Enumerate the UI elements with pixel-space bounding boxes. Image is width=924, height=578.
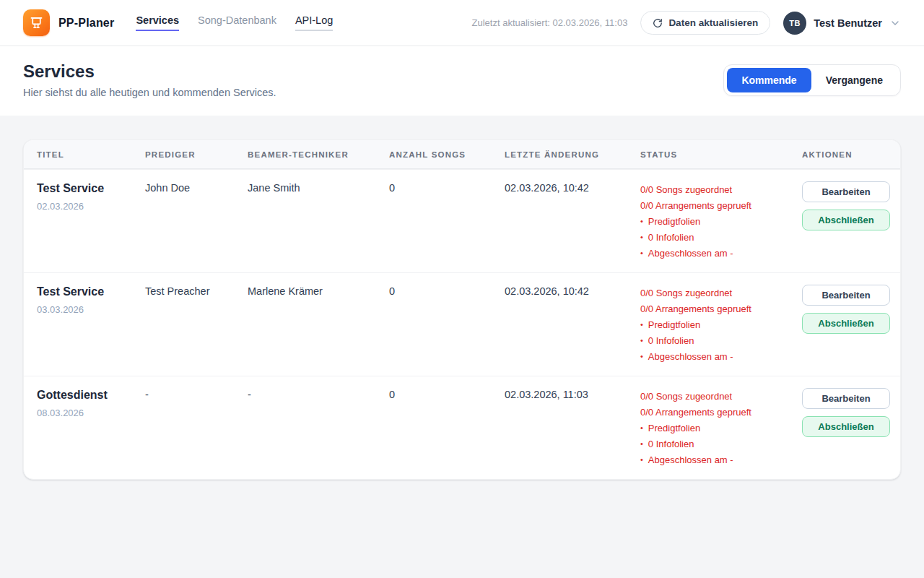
column-header-last-change: LETZTE ÄNDERUNG bbox=[505, 150, 640, 159]
filter-past-button[interactable]: Vergangene bbox=[811, 68, 897, 92]
status-line: •Abgeschlossen am - bbox=[640, 349, 795, 365]
avatar: TB bbox=[783, 12, 806, 35]
table-header-row: TITEL PREDIGER BEAMER-TECHNIKER ANZAHL S… bbox=[24, 140, 900, 169]
service-song-count: 0 bbox=[389, 273, 505, 308]
user-name: Test Benutzer bbox=[814, 17, 882, 29]
status-line: 0/0 Arrangements geprueft bbox=[640, 301, 795, 317]
complete-button[interactable]: Abschließen bbox=[802, 313, 890, 334]
bullet-glyph: • bbox=[640, 332, 643, 348]
service-date: 08.03.2026 bbox=[37, 407, 138, 418]
service-title: Test Service bbox=[37, 285, 138, 298]
page-subtitle: Hier siehst du alle heutigen und kommend… bbox=[23, 87, 276, 98]
bullet-glyph: • bbox=[640, 420, 643, 436]
service-technician: Marlene Krämer bbox=[248, 273, 389, 308]
edit-button[interactable]: Bearbeiten bbox=[802, 388, 890, 409]
brand-name: PP-Planer bbox=[58, 17, 114, 30]
status-line: •Predigtfolien bbox=[640, 420, 795, 436]
bullet-glyph: • bbox=[640, 316, 643, 332]
status-line: •Abgeschlossen am - bbox=[640, 246, 795, 262]
page-title: Services bbox=[23, 61, 276, 82]
bullet-glyph: • bbox=[640, 229, 643, 245]
nav-item-song-database[interactable]: Song-Datenbank bbox=[198, 14, 276, 31]
service-song-count: 0 bbox=[389, 376, 505, 411]
column-header-prediger: PREDIGER bbox=[145, 150, 248, 159]
topbar: PP-Planer Services Song-Datenbank API-Lo… bbox=[0, 0, 924, 46]
status-line: 0/0 Songs zugeordnet bbox=[640, 285, 795, 301]
status-line: •0 Infofolien bbox=[640, 333, 795, 349]
status-line: •Predigtfolien bbox=[640, 317, 795, 333]
status-line: 0/0 Songs zugeordnet bbox=[640, 182, 795, 198]
projector-screen-icon bbox=[23, 9, 50, 36]
complete-button[interactable]: Abschließen bbox=[802, 416, 890, 437]
bullet-glyph: • bbox=[640, 245, 643, 261]
service-preacher: John Doe bbox=[145, 170, 248, 204]
complete-button[interactable]: Abschließen bbox=[802, 210, 890, 230]
service-technician: Jane Smith bbox=[248, 170, 389, 204]
service-last-change: 02.03.2026, 10:42 bbox=[505, 170, 640, 204]
filter-upcoming-button[interactable]: Kommende bbox=[727, 68, 811, 92]
service-status: 0/0 Songs zugeordnet 0/0 Arrangements ge… bbox=[640, 273, 802, 376]
service-filter-toggle: Kommende Vergangene bbox=[723, 64, 901, 96]
edit-button[interactable]: Bearbeiten bbox=[802, 181, 890, 202]
status-line: •Abgeschlossen am - bbox=[640, 452, 795, 468]
bullet-glyph: • bbox=[640, 452, 643, 467]
service-status: 0/0 Songs zugeordnet 0/0 Arrangements ge… bbox=[640, 376, 802, 479]
column-header-status: STATUS bbox=[640, 150, 802, 159]
service-status: 0/0 Songs zugeordnet 0/0 Arrangements ge… bbox=[640, 170, 802, 272]
main-content: TITEL PREDIGER BEAMER-TECHNIKER ANZAHL S… bbox=[0, 116, 924, 504]
service-date: 03.03.2026 bbox=[37, 304, 138, 315]
status-line: 0/0 Arrangements geprueft bbox=[640, 405, 795, 420]
service-preacher: Test Preacher bbox=[145, 273, 248, 308]
service-song-count: 0 bbox=[389, 170, 505, 204]
user-menu[interactable]: TB Test Benutzer bbox=[783, 12, 901, 35]
edit-button[interactable]: Bearbeiten bbox=[802, 285, 890, 306]
service-technician: - bbox=[248, 376, 389, 411]
status-line: •0 Infofolien bbox=[640, 230, 795, 246]
main-nav: Services Song-Datenbank API-Log bbox=[136, 14, 333, 31]
last-updated-text: Zuletzt aktualisiert: 02.03.2026, 11:03 bbox=[472, 17, 628, 28]
service-last-change: 02.03.2026, 11:03 bbox=[505, 376, 640, 411]
service-title: Gottesdienst bbox=[37, 389, 138, 402]
status-line: •Predigtfolien bbox=[640, 214, 795, 230]
bullet-glyph: • bbox=[640, 348, 643, 364]
service-preacher: - bbox=[145, 376, 248, 411]
service-date: 02.03.2026 bbox=[37, 201, 138, 212]
chevron-down-icon bbox=[889, 17, 901, 29]
status-line: 0/0 Songs zugeordnet bbox=[640, 389, 795, 405]
table-row: Gottesdienst 08.03.2026 - - 0 02.03.2026… bbox=[24, 376, 900, 479]
table-row: Test Service 03.03.2026 Test Preacher Ma… bbox=[24, 272, 900, 376]
service-last-change: 02.03.2026, 10:42 bbox=[505, 273, 640, 308]
page-header: Services Hier siehst du alle heutigen un… bbox=[0, 46, 924, 116]
bullet-glyph: • bbox=[640, 213, 643, 229]
refresh-data-button[interactable]: Daten aktualisieren bbox=[640, 11, 770, 35]
services-table-card: TITEL PREDIGER BEAMER-TECHNIKER ANZAHL S… bbox=[23, 139, 901, 480]
bullet-glyph: • bbox=[640, 436, 643, 452]
refresh-icon bbox=[653, 18, 663, 28]
column-header-actions: AKTIONEN bbox=[802, 150, 887, 159]
status-line: 0/0 Arrangements geprueft bbox=[640, 198, 795, 214]
column-header-titel: TITEL bbox=[37, 150, 145, 159]
refresh-button-label: Daten aktualisieren bbox=[668, 17, 758, 28]
nav-item-api-log[interactable]: API-Log bbox=[295, 14, 333, 31]
brand-home-link[interactable]: PP-Planer bbox=[23, 9, 114, 36]
column-header-beamer: BEAMER-TECHNIKER bbox=[248, 150, 389, 159]
table-row: Test Service 02.03.2026 John Doe Jane Sm… bbox=[24, 169, 900, 272]
column-header-songs: ANZAHL SONGS bbox=[389, 150, 505, 159]
service-title: Test Service bbox=[37, 182, 138, 195]
nav-item-services[interactable]: Services bbox=[136, 14, 179, 31]
status-line: •0 Infofolien bbox=[640, 436, 795, 452]
